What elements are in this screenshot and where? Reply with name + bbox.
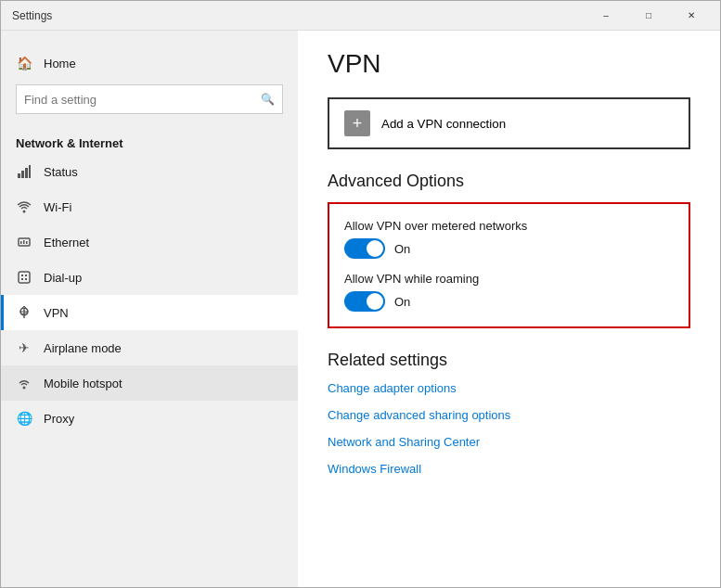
- dialup-label: Dial-up: [44, 271, 82, 285]
- add-icon: +: [344, 110, 370, 136]
- link-sharing-center[interactable]: Network and Sharing Center: [328, 435, 690, 449]
- toggle-knob-roaming: [367, 293, 383, 310]
- maximize-button[interactable]: □: [627, 1, 670, 31]
- sidebar-header: 🏠 Home 🔍: [1, 31, 298, 129]
- svg-rect-7: [23, 240, 25, 244]
- window-title: Settings: [12, 9, 52, 22]
- sidebar-item-dialup[interactable]: Dial-up: [1, 260, 298, 295]
- sidebar-item-wifi[interactable]: Wi-Fi: [1, 189, 298, 224]
- option-metered: Allow VPN over metered networks On: [344, 219, 674, 259]
- vpn-icon: [16, 304, 32, 321]
- svg-rect-8: [26, 241, 28, 244]
- sidebar: 🏠 Home 🔍 Network & Internet: [1, 31, 298, 587]
- svg-point-4: [23, 211, 26, 213]
- svg-rect-1: [21, 171, 24, 178]
- option-metered-label: Allow VPN over metered networks: [344, 219, 674, 233]
- wifi-icon: [16, 198, 32, 215]
- hotspot-icon: [16, 375, 32, 391]
- settings-window: Settings – □ ✕ 🏠 Home 🔍 Network &: [0, 0, 721, 588]
- proxy-label: Proxy: [44, 412, 74, 426]
- sidebar-item-vpn[interactable]: VPN: [1, 295, 298, 330]
- ethernet-icon: [16, 234, 32, 250]
- toggle-roaming-text: On: [394, 295, 410, 309]
- svg-rect-11: [25, 275, 27, 276]
- link-adapter-options[interactable]: Change adapter options: [328, 381, 690, 395]
- content-area: 🏠 Home 🔍 Network & Internet: [1, 31, 720, 587]
- home-icon: 🏠: [16, 55, 32, 71]
- search-box[interactable]: 🔍: [16, 84, 283, 114]
- toggle-metered-text: On: [394, 242, 410, 256]
- wifi-label: Wi-Fi: [44, 200, 71, 214]
- svg-rect-13: [25, 278, 27, 280]
- svg-rect-10: [21, 275, 23, 276]
- toggle-knob-metered: [367, 240, 383, 257]
- toggle-row-metered: On: [344, 238, 674, 259]
- svg-rect-9: [19, 272, 30, 283]
- hotspot-label: Mobile hotspot: [44, 377, 122, 390]
- status-icon: [16, 163, 32, 180]
- sidebar-section-label: Network & Internet: [1, 129, 298, 154]
- add-vpn-button[interactable]: + Add a VPN connection: [328, 97, 690, 149]
- search-icon: 🔍: [261, 93, 275, 106]
- svg-rect-0: [18, 173, 20, 178]
- svg-point-17: [23, 387, 26, 390]
- link-firewall[interactable]: Windows Firewall: [328, 462, 690, 476]
- sidebar-item-home[interactable]: 🏠 Home: [16, 45, 283, 81]
- status-label: Status: [44, 165, 78, 179]
- related-settings-title: Related settings: [328, 351, 690, 370]
- advanced-options-box: Allow VPN over metered networks On Allow…: [328, 202, 690, 328]
- sidebar-item-status[interactable]: Status: [1, 154, 298, 189]
- close-button[interactable]: ✕: [670, 1, 713, 31]
- sidebar-item-ethernet[interactable]: Ethernet: [1, 224, 298, 260]
- page-title: VPN: [328, 49, 690, 79]
- toggle-roaming[interactable]: [344, 291, 385, 312]
- option-roaming-label: Allow VPN while roaming: [344, 272, 674, 286]
- sidebar-item-airplane[interactable]: ✈ Airplane mode: [1, 330, 298, 365]
- svg-rect-12: [21, 278, 23, 280]
- add-vpn-label: Add a VPN connection: [381, 117, 506, 131]
- airplane-icon: ✈: [16, 339, 32, 356]
- option-roaming: Allow VPN while roaming On: [344, 272, 674, 312]
- home-label: Home: [44, 57, 76, 70]
- advanced-options-title: Advanced Options: [328, 172, 690, 191]
- ethernet-label: Ethernet: [44, 236, 89, 249]
- toggle-metered[interactable]: [344, 238, 385, 259]
- sidebar-item-hotspot[interactable]: Mobile hotspot: [1, 365, 298, 401]
- search-input[interactable]: [24, 93, 261, 107]
- proxy-icon: 🌐: [16, 410, 32, 427]
- dialup-icon: [16, 269, 32, 286]
- vpn-label: VPN: [44, 306, 69, 320]
- svg-rect-6: [20, 241, 22, 244]
- airplane-label: Airplane mode: [44, 341, 122, 355]
- toggle-row-roaming: On: [344, 291, 674, 312]
- svg-rect-2: [25, 168, 28, 178]
- svg-rect-3: [29, 165, 31, 178]
- link-sharing-options[interactable]: Change advanced sharing options: [328, 408, 690, 422]
- main-panel: VPN + Add a VPN connection Advanced Opti…: [298, 31, 720, 587]
- sidebar-item-proxy[interactable]: 🌐 Proxy: [1, 401, 298, 436]
- window-controls: – □ ✕: [585, 1, 713, 31]
- minimize-button[interactable]: –: [585, 1, 627, 31]
- title-bar: Settings – □ ✕: [1, 1, 720, 31]
